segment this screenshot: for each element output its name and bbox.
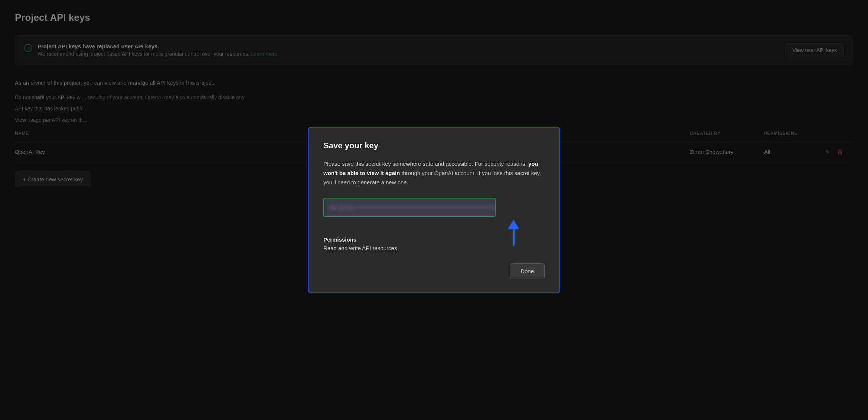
modal-footer: Done [323, 263, 545, 279]
key-blurred-value: sk-proj-••••••••••••••••••••••••••••••••… [329, 204, 496, 210]
modal-overlay: Save your key Please save this secret ke… [0, 0, 868, 420]
arrow-head [508, 220, 519, 229]
arrow-annotation [508, 220, 519, 246]
arrow-shaft [513, 229, 515, 246]
save-key-modal: Save your key Please save this secret ke… [308, 127, 560, 293]
modal-description: Please save this secret key somewhere sa… [323, 159, 545, 187]
key-row-wrapper: sk-proj-••••••••••••••••••••••••••••••••… [323, 198, 545, 217]
modal-title: Save your key [323, 141, 545, 151]
done-button[interactable]: Done [510, 263, 545, 279]
key-display: sk-proj-••••••••••••••••••••••••••••••••… [323, 198, 496, 217]
key-input-row: sk-proj-••••••••••••••••••••••••••••••••… [323, 198, 545, 217]
